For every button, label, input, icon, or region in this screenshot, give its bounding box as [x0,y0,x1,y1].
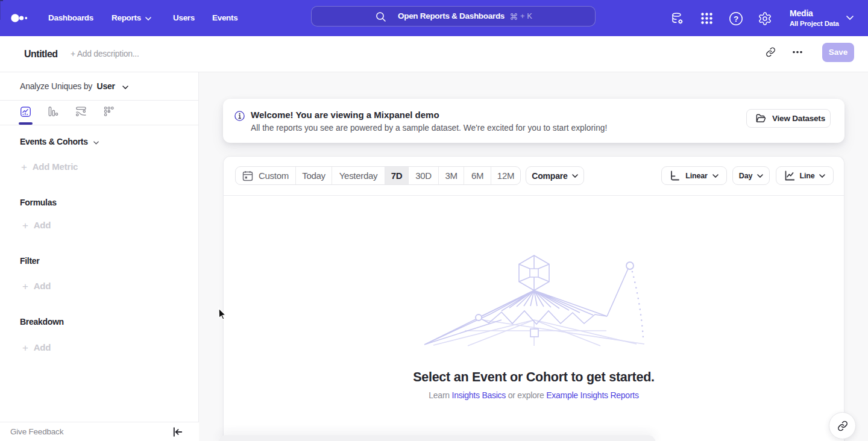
svg-text:?: ? [734,14,738,23]
